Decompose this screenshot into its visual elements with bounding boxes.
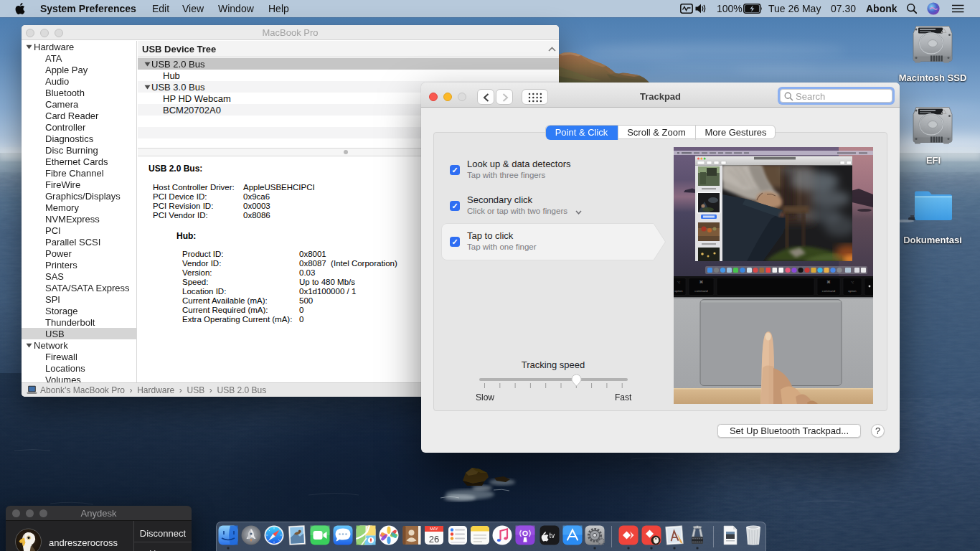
svg-text:⌥: ⌥ [677,281,681,284]
svg-text:⌘: ⌘ [699,280,704,284]
svg-text:command: command [694,289,708,293]
svg-text:⌘: ⌘ [826,280,831,284]
svg-text:26: 26 [429,534,439,545]
svg-text:command: command [822,289,836,293]
svg-text:option: option [848,289,857,293]
svg-text:option: option [674,289,683,293]
svg-text:tv: tv [550,532,555,540]
svg-text:⌥: ⌥ [851,281,854,284]
svg-text:MAY: MAY [430,527,438,531]
